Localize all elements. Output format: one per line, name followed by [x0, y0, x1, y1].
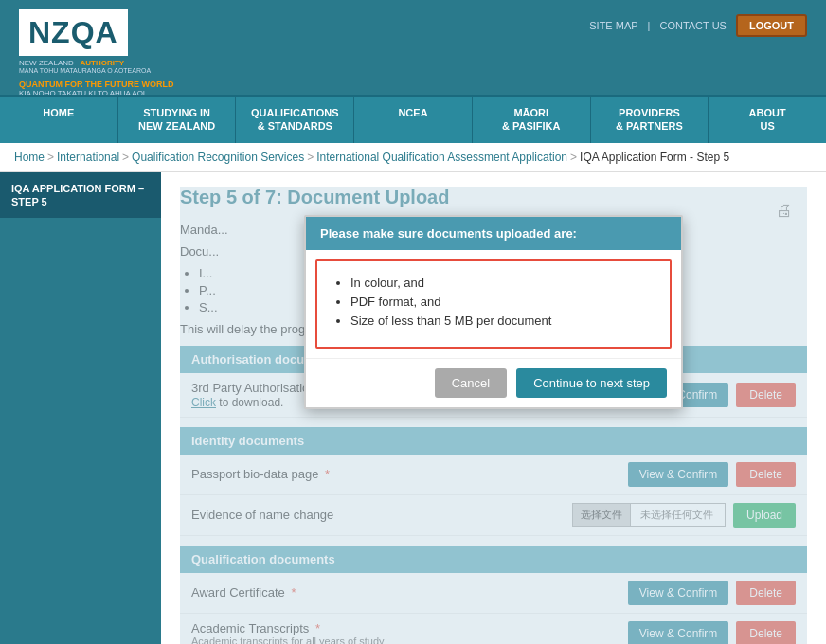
modal-item-3: Size of less than 5 MB per document [350, 313, 655, 328]
logout-button[interactable]: LOGOUT [736, 14, 807, 37]
logo-sub3: MANA TOHU MATAURANGA O AOTEAROA [19, 67, 173, 74]
modal-overlay: Please make sure documents uploaded are:… [180, 187, 807, 644]
breadcrumb-international[interactable]: International [57, 151, 119, 164]
nav-ncea[interactable]: NCEA [354, 97, 473, 143]
nav-providers[interactable]: PROVIDERS & PARTNERS [591, 97, 709, 143]
modal-dialog: Please make sure documents uploaded are:… [304, 215, 683, 409]
header-links: SITE MAP | CONTACT US LOGOUT [589, 14, 807, 37]
nav-qualifications[interactable]: QUALIFICATIONS & STANDARDS [236, 97, 354, 143]
nav-about[interactable]: ABOUT US [709, 97, 826, 143]
content-area: 🖨 Step 5 of 7: Document Upload Manda... … [161, 172, 826, 644]
nav-studying[interactable]: STUDYING IN NEW ZEALAND [118, 97, 237, 143]
logo-sub1: NEW ZEALAND AUTHORITY [19, 59, 173, 67]
logo-text: NZQA [28, 15, 118, 50]
sidebar-title: IQA APPLICATION FORM – STEP 5 [0, 172, 161, 219]
modal-list: In colour, and PDF format, and Size of l… [332, 276, 655, 328]
modal-item-2: PDF format, and [350, 295, 655, 309]
modal-cancel-button[interactable]: Cancel [435, 368, 507, 398]
nav-maori[interactable]: MĀORI & PASIFIKA [473, 97, 591, 143]
quantum-area: QUANTUM FOR THE FUTURE WORLD KIA NOHO TA… [19, 80, 173, 95]
modal-footer: Cancel Continue to next step [306, 358, 681, 407]
sitemap-link[interactable]: SITE MAP [589, 20, 637, 31]
content-wrapper: 🖨 Step 5 of 7: Document Upload Manda... … [180, 187, 807, 644]
breadcrumb: Home > International > Qualification Rec… [0, 143, 826, 172]
modal-continue-button[interactable]: Continue to next step [516, 368, 667, 398]
header: NZQA NEW ZEALAND AUTHORITY MANA TOHU MAT… [0, 0, 826, 95]
sidebar: IQA APPLICATION FORM – STEP 5 [0, 172, 161, 644]
main-container: IQA APPLICATION FORM – STEP 5 🖨 Step 5 o… [0, 172, 826, 644]
breadcrumb-home[interactable]: Home [14, 151, 45, 164]
logo-area: NZQA NEW ZEALAND AUTHORITY MANA TOHU MAT… [19, 9, 173, 95]
modal-item-1: In colour, and [350, 276, 655, 290]
breadcrumb-iqa[interactable]: International Qualification Assessment A… [316, 151, 567, 164]
modal-header: Please make sure documents uploaded are: [306, 217, 681, 250]
breadcrumb-current: IQA Application Form - Step 5 [580, 151, 729, 164]
contact-link[interactable]: CONTACT US [659, 20, 727, 31]
nav-bar: HOME STUDYING IN NEW ZEALAND QUALIFICATI… [0, 95, 826, 143]
nav-home[interactable]: HOME [0, 97, 118, 143]
logo-box: NZQA [19, 9, 128, 56]
modal-body: In colour, and PDF format, and Size of l… [315, 259, 672, 349]
breadcrumb-qrs[interactable]: Qualification Recognition Services [132, 151, 304, 164]
